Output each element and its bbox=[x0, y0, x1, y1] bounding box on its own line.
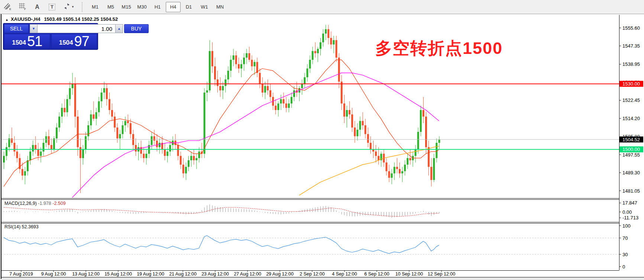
chart-text-annotation[interactable]: 多空转折点1500 bbox=[375, 37, 503, 59]
timeframe-button-MN[interactable]: MN bbox=[213, 2, 227, 12]
text-label-icon: A bbox=[35, 4, 39, 10]
svg-text:-11.713: -11.713 bbox=[622, 215, 638, 221]
chart-style-icon: E bbox=[3, 2, 12, 12]
time-label: 13 Aug 12:00 bbox=[72, 271, 100, 277]
time-label: 15 Aug 12:00 bbox=[104, 271, 132, 277]
chart-style-tool-button[interactable]: E bbox=[1, 1, 14, 13]
time-label: 4 Sep 12:00 bbox=[332, 271, 357, 277]
svg-text:F: F bbox=[24, 7, 26, 10]
svg-text:1497.55: 1497.55 bbox=[622, 152, 640, 158]
timeframe-button-D1[interactable]: D1 bbox=[181, 2, 196, 12]
time-label: 23 Aug 12:00 bbox=[201, 271, 229, 277]
symbol-label: XAUUSD-,H4 bbox=[11, 16, 40, 22]
svg-text:1500.00: 1500.00 bbox=[622, 147, 640, 152]
time-label: 6 Sep 12:00 bbox=[364, 271, 389, 277]
chevron-down-icon: ▼ bbox=[71, 5, 74, 9]
buy-price-big: 97 bbox=[74, 34, 89, 48]
timeframe-group: M1M5M15M30H1H4D1W1MN bbox=[87, 2, 228, 12]
svg-text:1538.95: 1538.95 bbox=[622, 61, 640, 67]
timeframe-button-M30[interactable]: M30 bbox=[135, 2, 149, 12]
grid-icon: F bbox=[18, 2, 27, 12]
mt4-terminal: { "toolbar": { "tools": [ {"name":"chart… bbox=[0, 0, 644, 280]
rsi-label: RSI(14) 52.3693 bbox=[4, 224, 39, 229]
sell-price-big: 51 bbox=[27, 34, 42, 48]
volume-increment-button[interactable]: ▲ bbox=[115, 24, 123, 33]
top-toolbar: E F A T ▼ M1M5M15M30H1H4D1W1MN bbox=[0, 0, 644, 14]
grid-tool-button[interactable]: F bbox=[16, 1, 29, 13]
time-label: 27 Aug 12:00 bbox=[234, 271, 261, 277]
time-label: 19 Aug 12:00 bbox=[137, 271, 164, 277]
svg-text:70: 70 bbox=[622, 235, 628, 241]
macd-signal-value: -2.509 bbox=[52, 201, 65, 206]
buy-price-small: 1504 bbox=[59, 37, 73, 48]
svg-text:1514.20: 1514.20 bbox=[622, 116, 640, 121]
chart-title: ▲XAUUSD-,H41503.49 1505.14 1502.25 1504.… bbox=[5, 16, 118, 22]
time-label: 7 Aug 2019 bbox=[9, 271, 33, 277]
buy-quote[interactable]: 1504 97 bbox=[51, 34, 97, 49]
svg-text:0.00: 0.00 bbox=[622, 209, 632, 215]
time-label: 21 Aug 12:00 bbox=[169, 271, 197, 277]
time-label: 12 Sep 12:00 bbox=[428, 271, 455, 277]
svg-text:1530.00: 1530.00 bbox=[622, 81, 640, 87]
arrows-tool-button[interactable]: ▼ bbox=[60, 1, 77, 13]
svg-text:1489.30: 1489.30 bbox=[622, 170, 640, 176]
svg-text:30: 30 bbox=[622, 252, 628, 257]
timeframe-button-H4[interactable]: H4 bbox=[166, 2, 181, 12]
ohlc-values: 1503.49 1505.14 1502.25 1504.52 bbox=[44, 16, 118, 22]
svg-text:1555.60: 1555.60 bbox=[622, 25, 640, 31]
one-click-trade-panel: SELL ▼ ▲ BUY 1504 51 1504 97 bbox=[3, 23, 98, 50]
timeframe-button-H1[interactable]: H1 bbox=[150, 2, 165, 12]
time-label: 2 Sep 12:00 bbox=[300, 271, 324, 277]
macd-main-value: -1.978 bbox=[38, 201, 51, 206]
collapse-triangle-icon[interactable]: ▲ bbox=[5, 18, 9, 22]
svg-text:1481.05: 1481.05 bbox=[622, 188, 640, 194]
svg-text:17.847: 17.847 bbox=[622, 200, 637, 206]
svg-text:1522.45: 1522.45 bbox=[622, 97, 640, 103]
timeframe-button-M1[interactable]: M1 bbox=[88, 2, 103, 12]
volume-input[interactable] bbox=[38, 24, 115, 33]
timeframe-button-M5[interactable]: M5 bbox=[103, 2, 118, 12]
timeframe-button-W1[interactable]: W1 bbox=[197, 2, 212, 12]
svg-text:E: E bbox=[9, 7, 11, 10]
timeframe-button-M15[interactable]: M15 bbox=[119, 2, 134, 12]
svg-text:0: 0 bbox=[622, 264, 625, 270]
sell-quote[interactable]: 1504 51 bbox=[4, 34, 50, 49]
buy-button[interactable]: BUY bbox=[124, 24, 149, 33]
svg-text:1504.52: 1504.52 bbox=[622, 137, 640, 142]
toolbar-separator bbox=[82, 2, 85, 12]
sell-button[interactable]: SELL bbox=[4, 24, 29, 33]
volume-decrement-button[interactable]: ▼ bbox=[30, 24, 38, 33]
time-label: 9 Aug 12:00 bbox=[41, 271, 66, 277]
svg-text:100: 100 bbox=[622, 223, 631, 229]
arrows-icon bbox=[63, 3, 71, 12]
macd-label: MACD(12,26,9) -1.978 -2.509 bbox=[4, 201, 66, 206]
rsi-value: 52.3693 bbox=[22, 224, 39, 229]
svg-text:1547.35: 1547.35 bbox=[622, 43, 640, 49]
text-box-icon: T bbox=[49, 4, 55, 10]
time-label: 10 Sep 12:00 bbox=[395, 271, 423, 277]
text-box-tool-button[interactable]: T bbox=[45, 1, 59, 13]
text-label-tool-button[interactable]: A bbox=[30, 1, 44, 13]
sell-price-small: 1504 bbox=[12, 37, 26, 48]
time-label: 29 Aug 12:00 bbox=[266, 271, 294, 277]
